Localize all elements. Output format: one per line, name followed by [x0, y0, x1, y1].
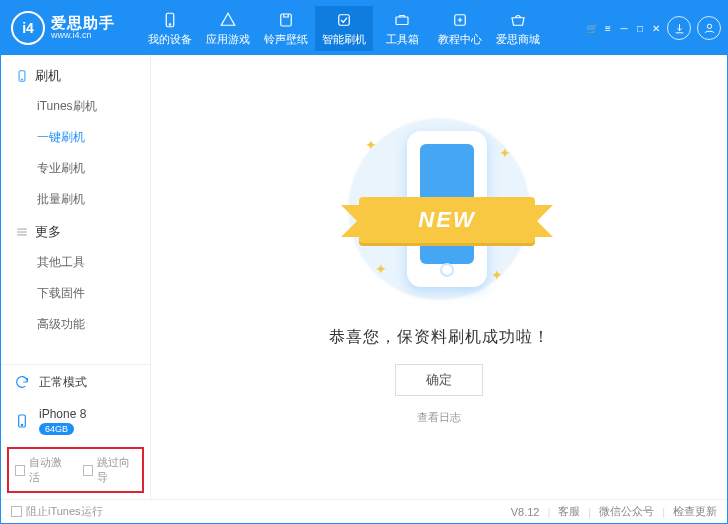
skip-guide-checkbox[interactable]: 跳过向导: [83, 455, 137, 485]
window-controls: 🛒 ≡ ─ □ ✕: [587, 23, 661, 33]
storage-badge: 64GB: [39, 423, 74, 435]
sidebar-item[interactable]: 下载固件: [1, 278, 150, 309]
nav-3[interactable]: 智能刷机: [315, 6, 373, 51]
svg-point-10: [21, 424, 22, 425]
nav-label: 铃声壁纸: [257, 32, 315, 47]
nav-0[interactable]: 我的设备: [141, 6, 199, 51]
auto-activate-label: 自动激活: [29, 455, 68, 485]
minimize-icon[interactable]: ─: [619, 23, 629, 33]
nav-2[interactable]: 铃声壁纸: [257, 6, 315, 51]
main-content: ✦✦✦✦ NEW 恭喜您，保资料刷机成功啦！ 确定 查看日志: [151, 55, 727, 499]
top-nav: 我的设备应用游戏铃声壁纸智能刷机工具箱教程中心爱思商城: [141, 6, 583, 51]
section-title: 更多: [35, 223, 61, 241]
mode-label: 正常模式: [39, 374, 87, 391]
section-title: 刷机: [35, 67, 61, 85]
nav-icon-4: [373, 10, 431, 30]
nav-6[interactable]: 爱思商城: [489, 6, 547, 51]
sidebar-item[interactable]: 一键刷机: [1, 122, 150, 153]
new-ribbon: NEW: [359, 197, 535, 243]
version-label: V8.12: [511, 506, 540, 518]
device-name: iPhone 8: [39, 407, 86, 421]
titlebar: i4 爱思助手 www.i4.cn 我的设备应用游戏铃声壁纸智能刷机工具箱教程中…: [1, 1, 727, 55]
block-itunes-label: 阻止iTunes运行: [26, 504, 103, 519]
device-row[interactable]: iPhone 8 64GB: [1, 399, 150, 443]
svg-rect-2: [281, 14, 292, 26]
svg-point-1: [169, 23, 171, 25]
nav-icon-0: [141, 10, 199, 30]
success-illustration: ✦✦✦✦ NEW: [329, 109, 549, 309]
svg-point-6: [707, 24, 711, 28]
list-icon: [15, 225, 29, 239]
status-bar: 阻止iTunes运行 V8.12 | 客服 | 微信公众号 | 检查更新: [1, 499, 727, 523]
download-button[interactable]: [667, 16, 691, 40]
svg-rect-3: [339, 14, 350, 25]
nav-icon-2: [257, 10, 315, 30]
refresh-icon: [13, 373, 31, 391]
auto-activate-checkbox[interactable]: 自动激活: [15, 455, 69, 485]
sidebar-item[interactable]: 其他工具: [1, 247, 150, 278]
brand-name: 爱思助手: [51, 15, 115, 32]
phone-icon: [13, 412, 31, 430]
mode-row[interactable]: 正常模式: [1, 365, 150, 399]
section-more: 更多: [1, 215, 150, 247]
brand: i4 爱思助手 www.i4.cn: [11, 11, 141, 45]
svg-rect-4: [396, 17, 408, 25]
check-update-link[interactable]: 检查更新: [673, 504, 717, 519]
user-button[interactable]: [697, 16, 721, 40]
nav-4[interactable]: 工具箱: [373, 6, 431, 51]
nav-1[interactable]: 应用游戏: [199, 6, 257, 51]
maximize-icon[interactable]: □: [635, 23, 645, 33]
nav-icon-5: [431, 10, 489, 30]
support-link[interactable]: 客服: [558, 504, 580, 519]
nav-icon-3: [315, 10, 373, 30]
nav-label: 教程中心: [431, 32, 489, 47]
close-icon[interactable]: ✕: [651, 23, 661, 33]
sidebar-item[interactable]: 专业刷机: [1, 153, 150, 184]
sidebar-item[interactable]: 高级功能: [1, 309, 150, 340]
block-itunes-checkbox[interactable]: 阻止iTunes运行: [11, 504, 103, 519]
options-highlight-box: 自动激活 跳过向导: [7, 447, 144, 493]
menu-icon[interactable]: ≡: [603, 23, 613, 33]
logo-icon: i4: [11, 11, 45, 45]
nav-label: 我的设备: [141, 32, 199, 47]
sidebar-item[interactable]: 批量刷机: [1, 184, 150, 215]
success-message: 恭喜您，保资料刷机成功啦！: [329, 327, 550, 348]
nav-label: 智能刷机: [315, 32, 373, 47]
svg-point-8: [21, 79, 22, 80]
nav-icon-6: [489, 10, 547, 30]
nav-label: 工具箱: [373, 32, 431, 47]
brand-url: www.i4.cn: [51, 31, 115, 41]
ok-button[interactable]: 确定: [395, 364, 483, 396]
section-flash: 刷机: [1, 59, 150, 91]
view-log-link[interactable]: 查看日志: [417, 410, 461, 425]
wechat-link[interactable]: 微信公众号: [599, 504, 654, 519]
sidebar: 刷机iTunes刷机一键刷机专业刷机批量刷机更多其他工具下载固件高级功能 正常模…: [1, 55, 151, 499]
sidebar-item[interactable]: iTunes刷机: [1, 91, 150, 122]
nav-label: 应用游戏: [199, 32, 257, 47]
nav-label: 爱思商城: [489, 32, 547, 47]
device-icon: [15, 69, 29, 83]
nav-5[interactable]: 教程中心: [431, 6, 489, 51]
skip-guide-label: 跳过向导: [97, 455, 136, 485]
cart-icon[interactable]: 🛒: [587, 23, 597, 33]
nav-icon-1: [199, 10, 257, 30]
